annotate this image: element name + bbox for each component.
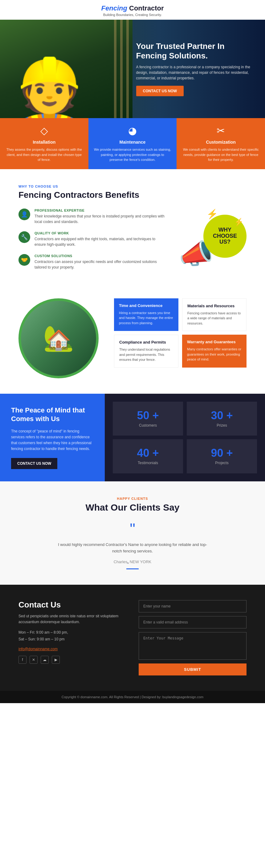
why-subtitle: WHY TO CHOOSE US (19, 185, 246, 188)
customization-icon: ✂ (182, 125, 260, 136)
stat-customers-label: Customers (120, 423, 176, 428)
maintenance-icon: ◕ (94, 125, 171, 136)
benefit-time-title: Time and Convenience (119, 303, 174, 308)
benefits-section: 🏡 Time and Convenience Hiring a contract… (0, 292, 265, 394)
lightning-right: ⚡ (234, 218, 243, 226)
service-customization-desc: We consult with clients to understand th… (182, 147, 260, 162)
why-text-choose: CHOOSE (213, 233, 237, 239)
contact-email[interactable]: info@domainname.com (19, 647, 58, 651)
benefit-custom-text: CUSTOM SOLUTIONS Contractors can assess … (34, 254, 166, 270)
instagram-icon[interactable]: ☁ (41, 656, 49, 664)
service-card-maintenance: ◕ Maintenance We provide maintenance ser… (88, 118, 177, 169)
stat-projects-number: 90 + (194, 446, 249, 460)
service-installation-desc: They assess the property, discuss option… (5, 147, 83, 162)
benefit-box-compliance: Compliance and Permits They understand l… (114, 335, 179, 368)
service-customization-title: Customization (182, 140, 260, 145)
facebook-icon[interactable]: f (19, 656, 26, 664)
stat-customers-number: 50 + (120, 409, 176, 422)
installation-icon: ◇ (5, 125, 83, 136)
testimonials-section: HAPPY CLIENTS What Our Clients Say " I w… (0, 482, 265, 585)
testimonials-title: What Our Clients Say (25, 502, 240, 513)
contact-description: Sed ut perspiciatis unde omnis iste natu… (19, 613, 126, 625)
contact-name-input[interactable] (139, 600, 246, 612)
benefit-box-materials: Materials and Resources Fencing contract… (182, 298, 246, 331)
why-benefits-list: 👤 PROFESSIONAL EXPERTISE Their knowledge… (19, 209, 166, 277)
testimonial-author: Charles, NEW YORK (25, 559, 240, 564)
stat-prizes-label: Prizes (194, 423, 249, 428)
benefit-custom-desc: Contractors can assess your specific nee… (34, 259, 166, 270)
benefit-quality-text: QUALITY OF WORK Contractors are equipped… (34, 231, 166, 247)
benefit-time-desc: Hiring a contractor saves you time and h… (119, 310, 174, 326)
stats-grid: 50 + Customers 30 + Prizes 40 + Testimon… (105, 394, 265, 482)
benefits-grid: Time and Convenience Hiring a contractor… (114, 298, 246, 368)
megaphone-graphic: ⚡ ⚡ WHY CHOOSE US? 📣 (179, 209, 246, 276)
service-cards-container: ◇ Installation They assess the property,… (0, 118, 265, 169)
site-tagline: Building Boundaries, Creating Security. (0, 13, 265, 17)
service-card-customization: ✂ Customization We consult with clients … (177, 118, 265, 169)
author-name: Charles (114, 559, 128, 564)
service-maintenance-title: Maintenance (94, 140, 171, 145)
footer-copyright: Copyright © domainname.com. All Rights R… (12, 695, 253, 699)
service-maintenance-desc: We provide maintenance services such as … (94, 147, 171, 162)
stat-prizes: 30 + Prizes (187, 402, 257, 436)
hero-content: Your Trusted Partner In Fencing Solution… (136, 41, 253, 96)
stats-section: The Peace of Mind that Comes with Us The… (0, 394, 265, 482)
site-logo: Fencing Contractor (0, 4, 265, 12)
youtube-icon[interactable]: ▶ (52, 656, 60, 664)
why-title: Fencing Contractors Benefits (19, 190, 246, 200)
benefit-materials-desc: Fencing contractors have access to a wid… (187, 311, 241, 326)
contact-section: Contact Us Sed ut perspiciatis unde omni… (0, 585, 265, 691)
contact-hours-weekend: Sat – Sun: 9:00 am – 10 pm (19, 636, 126, 643)
lightning-left: ⚡ (207, 209, 218, 219)
contact-form: SUBMIT (139, 600, 246, 676)
stats-title: The Peace of Mind that Comes with Us (11, 406, 94, 424)
benefits-image-container: 🏡 (19, 298, 105, 378)
benefit-box-warranty: Warranty and Guarantees Many contractors… (182, 335, 246, 368)
benefit-materials-title: Materials and Resources (187, 304, 241, 308)
hero-cta-button[interactable]: CONTACT US NOW (136, 86, 184, 96)
why-choose-graphic: ⚡ ⚡ WHY CHOOSE US? 📣 (179, 209, 246, 276)
why-content: 👤 PROFESSIONAL EXPERTISE Their knowledge… (19, 209, 246, 277)
author-location: NEW YORK (130, 559, 152, 564)
twitter-x-icon[interactable]: ✕ (30, 656, 37, 664)
stat-testimonials: 40 + Testimonials (113, 439, 183, 473)
why-text-why: WHY (218, 227, 232, 233)
benefits-circle-image: 🏡 (19, 298, 99, 378)
benefit-compliance-desc: They understand local regulations and pe… (119, 347, 173, 362)
professional-icon: 👤 (19, 209, 30, 220)
benefit-professional-text: PROFESSIONAL EXPERTISE Their knowledge e… (34, 209, 166, 224)
benefit-professional-desc: Their knowledge ensures that your fence … (34, 214, 166, 224)
stat-testimonials-number: 40 + (120, 446, 176, 460)
benefit-quality-of-work: 🔧 QUALITY OF WORK Contractors are equipp… (19, 231, 166, 247)
stats-left-panel: The Peace of Mind that Comes with Us The… (0, 394, 105, 482)
contact-message-input[interactable] (139, 632, 246, 660)
benefit-professional-expertise: 👤 PROFESSIONAL EXPERTISE Their knowledge… (19, 209, 166, 224)
why-section: WHY TO CHOOSE US Fencing Contractors Ben… (0, 169, 265, 292)
quality-icon: 🔧 (19, 231, 30, 243)
service-installation-title: Installation (5, 140, 83, 145)
benefit-quality-title: QUALITY OF WORK (34, 231, 166, 235)
stats-contact-button[interactable]: CONTACT US NOW (11, 458, 57, 469)
benefit-custom-title: CUSTOM SOLUTIONS (34, 254, 166, 258)
custom-icon: 🤝 (19, 254, 30, 266)
benefit-warranty-title: Warranty and Guarantees (187, 340, 242, 344)
hero-title: Your Trusted Partner In Fencing Solution… (136, 41, 253, 61)
contact-left-panel: Contact Us Sed ut perspiciatis unde omni… (19, 600, 126, 676)
quote-mark-icon: " (25, 521, 240, 537)
service-card-installation: ◇ Installation They assess the property,… (0, 118, 88, 169)
benefit-box-time: Time and Convenience Hiring a contractor… (114, 298, 179, 331)
contact-hours-weekday: Mon – Fri: 9:00 am – 8:00 pm, (19, 629, 126, 636)
benefit-compliance-title: Compliance and Permits (119, 340, 173, 344)
stat-customers: 50 + Customers (113, 402, 183, 436)
hero-inner: Your Trusted Partner In Fencing Solution… (0, 20, 265, 118)
testimonial-quote: I would highly recommend Contractor's Na… (55, 541, 210, 555)
yard-image: 🏡 (43, 324, 74, 353)
site-header: Fencing Contractor Building Boundaries, … (0, 0, 265, 20)
stat-projects-label: Projects (194, 461, 249, 465)
social-icons-group: f ✕ ☁ ▶ (19, 656, 126, 664)
stat-prizes-number: 30 + (194, 409, 249, 422)
happy-clients-label: HAPPY CLIENTS (25, 497, 240, 500)
contact-email-input[interactable] (139, 616, 246, 628)
contact-submit-button[interactable]: SUBMIT (139, 663, 246, 676)
why-text-us: US? (219, 239, 231, 245)
